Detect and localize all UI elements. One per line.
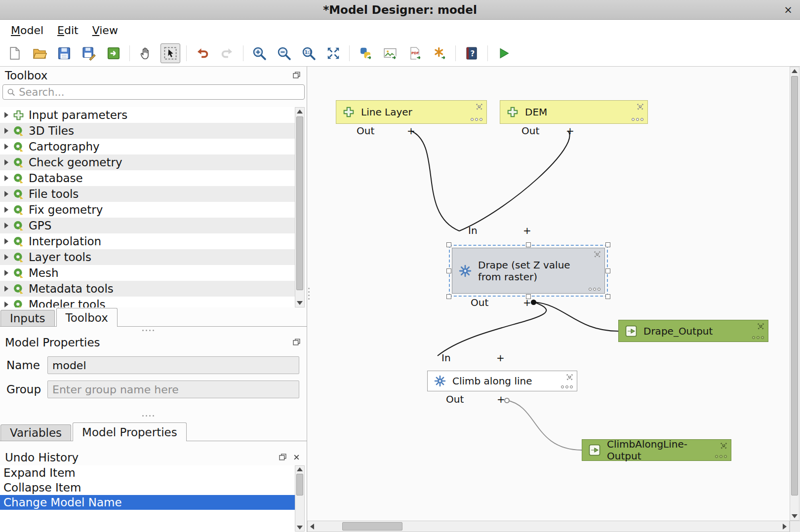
scroll-down-arrow[interactable] bbox=[295, 524, 304, 531]
toolbox-item-file-tools[interactable]: File tools bbox=[0, 186, 295, 202]
toolbox-item-mesh[interactable]: Mesh bbox=[0, 265, 295, 281]
expand-caret-icon[interactable] bbox=[4, 302, 8, 307]
toolbox-tree-scrollbar[interactable] bbox=[295, 107, 305, 307]
node-delete-icon[interactable] bbox=[476, 103, 483, 111]
expand-caret-icon[interactable] bbox=[4, 286, 8, 292]
node-algorithm-climb-along-line[interactable]: Climb along line bbox=[427, 371, 577, 391]
zoom-full-button[interactable] bbox=[323, 43, 343, 63]
climb-in-expand[interactable]: + bbox=[496, 352, 505, 364]
node-comment-dots-icon[interactable] bbox=[589, 288, 600, 291]
undo-item-collapse[interactable]: Collapse Item bbox=[0, 480, 295, 495]
node-comment-dots-icon[interactable] bbox=[752, 336, 764, 339]
export-as-python-button[interactable] bbox=[356, 43, 375, 63]
menu-view[interactable]: View bbox=[85, 21, 125, 39]
zoom-in-button[interactable] bbox=[249, 43, 269, 63]
climb-out-port[interactable] bbox=[504, 398, 510, 403]
expand-caret-icon[interactable] bbox=[4, 238, 8, 244]
toolbox-item-layer-tools[interactable]: Layer tools bbox=[0, 249, 295, 265]
node-delete-icon[interactable] bbox=[757, 323, 764, 330]
expand-caret-icon[interactable] bbox=[4, 144, 8, 150]
node-delete-icon[interactable] bbox=[594, 251, 601, 258]
select-tool-button[interactable] bbox=[160, 43, 180, 63]
drape-in-expand[interactable]: + bbox=[523, 225, 531, 236]
node-delete-icon[interactable] bbox=[637, 103, 644, 111]
selection-handle[interactable] bbox=[446, 268, 451, 273]
pan-tool-button[interactable] bbox=[136, 43, 156, 63]
model-group-input[interactable] bbox=[47, 380, 299, 398]
selection-handle[interactable] bbox=[446, 242, 451, 247]
toolbox-item-fix-geometry[interactable]: Fix geometry bbox=[0, 202, 295, 218]
scroll-right-arrow[interactable] bbox=[780, 521, 789, 532]
menu-model[interactable]: Model bbox=[4, 21, 50, 39]
save-model-button[interactable] bbox=[54, 43, 74, 63]
scroll-up-arrow[interactable] bbox=[790, 67, 799, 75]
toolbox-item-metadata-tools[interactable]: Metadata tools bbox=[0, 281, 295, 297]
drape-out-port[interactable] bbox=[531, 300, 536, 305]
toolbox-item-input-parameters[interactable]: Input parameters bbox=[0, 107, 295, 123]
splitter-grip[interactable] bbox=[142, 415, 154, 417]
connection-climb-to-climboutput[interactable] bbox=[507, 400, 582, 450]
expand-caret-icon[interactable] bbox=[4, 128, 8, 134]
run-model-button[interactable] bbox=[494, 43, 514, 63]
save-in-project-button[interactable] bbox=[104, 43, 123, 63]
selection-handle[interactable] bbox=[605, 294, 610, 299]
toolbox-item-database[interactable]: Database bbox=[0, 170, 295, 186]
connection-dem-to-drape[interactable] bbox=[459, 131, 570, 231]
scroll-up-arrow[interactable] bbox=[295, 466, 304, 473]
zoom-out-button[interactable] bbox=[274, 43, 294, 63]
scroll-thumb[interactable] bbox=[791, 76, 798, 495]
expand-caret-icon[interactable] bbox=[4, 112, 8, 118]
scroll-thumb[interactable] bbox=[296, 474, 303, 495]
scroll-down-arrow[interactable] bbox=[790, 512, 799, 520]
help-button[interactable]: ? bbox=[462, 43, 481, 63]
expand-caret-icon[interactable] bbox=[4, 223, 8, 228]
toolbox-item-modeler-tools[interactable]: Modeler tools bbox=[0, 297, 295, 307]
save-model-as-button[interactable] bbox=[79, 43, 99, 63]
export-as-image-button[interactable] bbox=[380, 43, 400, 63]
node-comment-dots-icon[interactable] bbox=[632, 118, 643, 121]
tab-toolbox[interactable]: Toolbox bbox=[56, 308, 118, 327]
selection-handle[interactable] bbox=[526, 242, 531, 247]
node-input-dem[interactable]: DEM bbox=[500, 100, 648, 124]
window-close-button[interactable]: × bbox=[781, 3, 795, 17]
panel-splitter-grip[interactable] bbox=[308, 288, 310, 300]
scroll-down-arrow[interactable] bbox=[295, 299, 304, 307]
export-as-pdf-button[interactable]: PDF bbox=[405, 43, 425, 63]
model-name-input[interactable] bbox=[47, 356, 299, 374]
node-delete-icon[interactable] bbox=[720, 442, 727, 450]
node-input-line-layer[interactable]: Line Layer bbox=[336, 100, 487, 124]
undo-item-expand[interactable]: Expand Item bbox=[0, 465, 295, 480]
undo-button[interactable] bbox=[193, 43, 212, 63]
toolbox-item-interpolation[interactable]: Interpolation bbox=[0, 233, 295, 249]
tab-variables[interactable]: Variables bbox=[0, 424, 71, 441]
undo-item-change-model-name[interactable]: Change Model Name bbox=[0, 495, 295, 510]
selection-handle[interactable] bbox=[605, 242, 610, 247]
scroll-left-arrow[interactable] bbox=[308, 521, 317, 532]
undo-history-float-button[interactable] bbox=[278, 453, 287, 461]
toolbox-item-cartography[interactable]: Cartography bbox=[0, 139, 295, 154]
linelayer-out-expand[interactable]: + bbox=[407, 125, 415, 137]
tab-inputs[interactable]: Inputs bbox=[0, 310, 55, 326]
connection-drape-to-climb[interactable] bbox=[438, 302, 546, 356]
canvas-horizontal-scrollbar[interactable] bbox=[307, 521, 790, 532]
expand-caret-icon[interactable] bbox=[4, 254, 8, 260]
toolbox-item-check-geometry[interactable]: Check geometry bbox=[0, 154, 295, 170]
node-comment-dots-icon[interactable] bbox=[561, 385, 573, 388]
zoom-actual-size-button[interactable]: 1:1 bbox=[299, 43, 319, 63]
scroll-thumb[interactable] bbox=[342, 522, 402, 531]
undo-history-close-button[interactable] bbox=[292, 453, 301, 461]
connection-drape-to-drapeoutput[interactable] bbox=[534, 302, 618, 331]
selection-handle[interactable] bbox=[605, 268, 610, 273]
expand-caret-icon[interactable] bbox=[4, 191, 8, 197]
model-canvas[interactable]: Line Layer DEM Out + Out + In + bbox=[307, 67, 800, 532]
undo-history-scrollbar[interactable] bbox=[295, 465, 305, 532]
node-output-climbalongline-output[interactable]: ClimbAlongLine-Output bbox=[582, 439, 731, 461]
dem-out-expand[interactable]: + bbox=[566, 125, 574, 137]
tab-model-properties[interactable]: Model Properties bbox=[73, 422, 187, 441]
connection-linelayer-to-drape[interactable] bbox=[411, 131, 459, 231]
toolbox-item-gps[interactable]: GPS bbox=[0, 218, 295, 233]
menu-edit[interactable]: Edit bbox=[50, 21, 85, 39]
node-algorithm-drape[interactable]: Drape (set Z value from raster) bbox=[452, 248, 605, 294]
drape-out-expand[interactable]: + bbox=[523, 297, 531, 308]
redo-button[interactable] bbox=[217, 43, 237, 63]
